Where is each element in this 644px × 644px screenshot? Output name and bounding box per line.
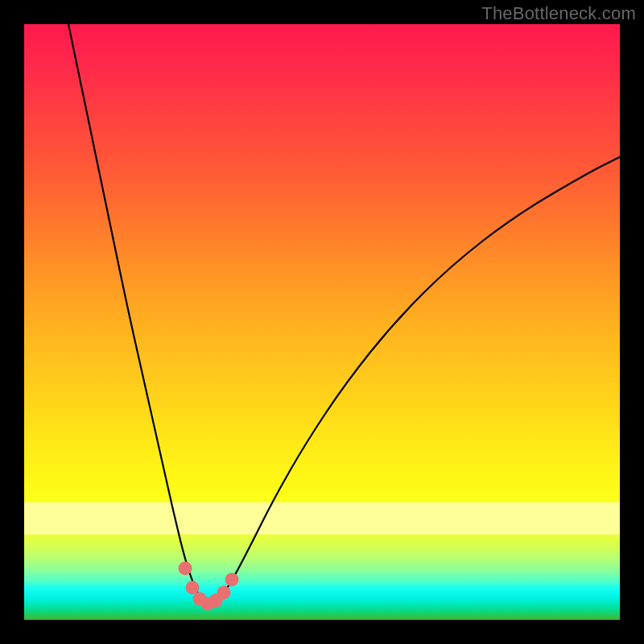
trough-marker — [186, 581, 200, 595]
plot-area — [24, 24, 620, 620]
watermark-text: TheBottleneck.com — [481, 3, 636, 24]
trough-marker — [225, 573, 239, 587]
bottleneck-curve — [68, 24, 620, 604]
trough-markers — [179, 562, 239, 611]
trough-marker — [217, 586, 231, 600]
trough-marker — [179, 562, 192, 576]
curve-svg — [24, 24, 620, 620]
chart-frame: TheBottleneck.com — [0, 0, 644, 644]
